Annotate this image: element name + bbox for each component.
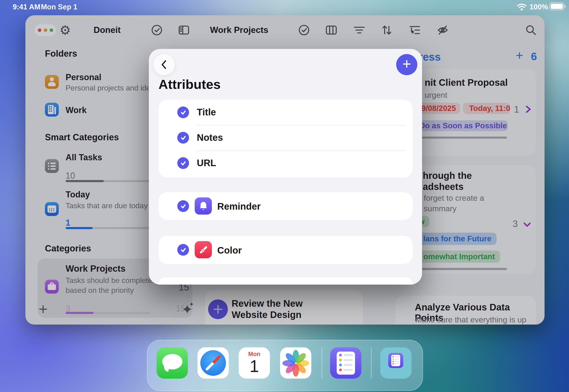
attribute-label-url: URL [197,158,216,168]
checkbox-reminder[interactable] [177,200,189,212]
color-paintbrush-icon [195,241,212,258]
dock-recent-app-icon[interactable] [380,347,412,378]
checkbox-title[interactable] [177,106,189,118]
attribute-label-reminder: Reminder [217,201,261,212]
checkbox-url[interactable] [177,157,189,169]
attributes-basic-card: Title Notes URL [158,100,413,178]
status-date: Mon Sep 1 [41,3,77,11]
status-time: 9:41 AM [13,3,41,11]
separator [197,125,406,126]
calendar-day: 1 [239,357,270,376]
battery-icon [549,2,564,10]
separator [197,150,406,151]
back-button[interactable] [154,54,175,75]
dock-messages-icon[interactable] [156,347,188,378]
attribute-label-notes: Notes [197,132,223,143]
dock-separator [322,347,322,378]
modal-title: Attributes [158,77,221,92]
dock-doneit-icon[interactable] [330,347,361,378]
attribute-label-title: Title [197,107,216,117]
dock-separator [371,347,371,378]
battery-percent: 100% [529,3,548,11]
dock-calendar-icon[interactable]: Mon 1 [239,347,270,378]
dock-safari-icon[interactable] [198,347,229,378]
screen: 9:41 AM Mon Sep 1 100% ⚙ Doneit Work Pro… [0,0,569,392]
attributes-color-card: Color [158,236,413,264]
reminder-bell-icon [195,197,212,215]
attributes-reminder-card: Reminder [158,192,413,220]
checkbox-color[interactable] [177,244,189,256]
attribute-label-color: Color [217,245,242,256]
dock-photos-icon[interactable] [280,347,311,378]
checkbox-notes[interactable] [177,132,189,144]
attributes-modal: + Attributes Title Notes URL [149,49,422,285]
wifi-icon [517,3,527,12]
attributes-next-card-partial [158,277,413,285]
add-attribute-button[interactable]: + [396,54,417,75]
